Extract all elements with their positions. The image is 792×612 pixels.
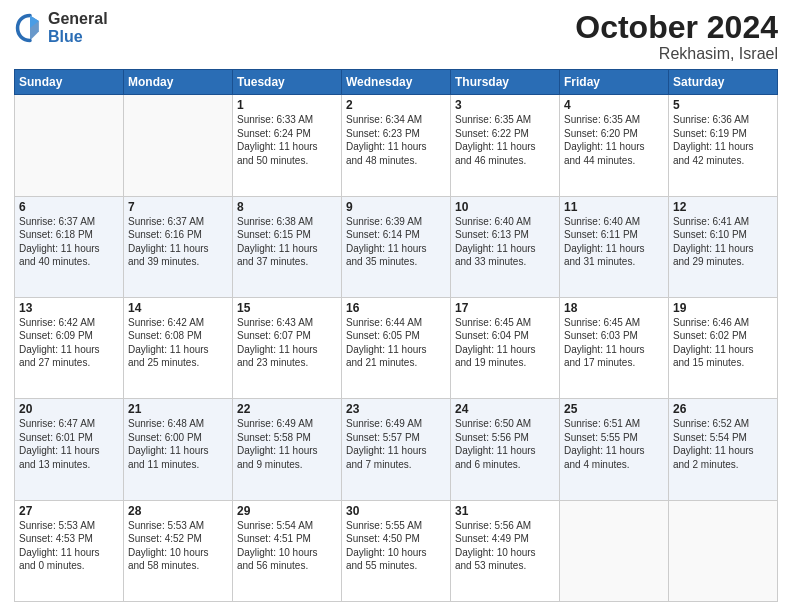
day-info: Sunrise: 6:36 AM Sunset: 6:19 PM Dayligh… [673, 113, 773, 167]
weekday-header-saturday: Saturday [669, 70, 778, 95]
calendar-cell: 31Sunrise: 5:56 AM Sunset: 4:49 PM Dayli… [451, 500, 560, 601]
day-info: Sunrise: 6:35 AM Sunset: 6:20 PM Dayligh… [564, 113, 664, 167]
day-info: Sunrise: 6:51 AM Sunset: 5:55 PM Dayligh… [564, 417, 664, 471]
day-number: 9 [346, 200, 446, 214]
logo-general-text: General [48, 10, 108, 28]
calendar-cell: 19Sunrise: 6:46 AM Sunset: 6:02 PM Dayli… [669, 297, 778, 398]
header: General Blue October 2024 Rekhasim, Isra… [14, 10, 778, 63]
day-number: 26 [673, 402, 773, 416]
calendar-cell: 6Sunrise: 6:37 AM Sunset: 6:18 PM Daylig… [15, 196, 124, 297]
day-info: Sunrise: 6:34 AM Sunset: 6:23 PM Dayligh… [346, 113, 446, 167]
logo-text: General Blue [48, 10, 108, 45]
calendar-week-row: 20Sunrise: 6:47 AM Sunset: 6:01 PM Dayli… [15, 399, 778, 500]
day-number: 4 [564, 98, 664, 112]
title-section: October 2024 Rekhasim, Israel [575, 10, 778, 63]
calendar-week-row: 6Sunrise: 6:37 AM Sunset: 6:18 PM Daylig… [15, 196, 778, 297]
calendar-cell: 18Sunrise: 6:45 AM Sunset: 6:03 PM Dayli… [560, 297, 669, 398]
calendar-cell: 14Sunrise: 6:42 AM Sunset: 6:08 PM Dayli… [124, 297, 233, 398]
day-info: Sunrise: 6:37 AM Sunset: 6:16 PM Dayligh… [128, 215, 228, 269]
day-info: Sunrise: 5:53 AM Sunset: 4:53 PM Dayligh… [19, 519, 119, 573]
weekday-header-wednesday: Wednesday [342, 70, 451, 95]
day-info: Sunrise: 6:35 AM Sunset: 6:22 PM Dayligh… [455, 113, 555, 167]
day-info: Sunrise: 6:40 AM Sunset: 6:11 PM Dayligh… [564, 215, 664, 269]
calendar-week-row: 27Sunrise: 5:53 AM Sunset: 4:53 PM Dayli… [15, 500, 778, 601]
day-number: 13 [19, 301, 119, 315]
day-info: Sunrise: 6:44 AM Sunset: 6:05 PM Dayligh… [346, 316, 446, 370]
day-info: Sunrise: 6:42 AM Sunset: 6:08 PM Dayligh… [128, 316, 228, 370]
day-number: 6 [19, 200, 119, 214]
weekday-header-tuesday: Tuesday [233, 70, 342, 95]
calendar-cell: 30Sunrise: 5:55 AM Sunset: 4:50 PM Dayli… [342, 500, 451, 601]
calendar-cell: 17Sunrise: 6:45 AM Sunset: 6:04 PM Dayli… [451, 297, 560, 398]
calendar-cell [124, 95, 233, 196]
day-info: Sunrise: 6:49 AM Sunset: 5:58 PM Dayligh… [237, 417, 337, 471]
calendar-cell: 9Sunrise: 6:39 AM Sunset: 6:14 PM Daylig… [342, 196, 451, 297]
day-number: 7 [128, 200, 228, 214]
day-number: 28 [128, 504, 228, 518]
day-number: 8 [237, 200, 337, 214]
weekday-header-thursday: Thursday [451, 70, 560, 95]
calendar-cell: 27Sunrise: 5:53 AM Sunset: 4:53 PM Dayli… [15, 500, 124, 601]
calendar-week-row: 13Sunrise: 6:42 AM Sunset: 6:09 PM Dayli… [15, 297, 778, 398]
weekday-header-monday: Monday [124, 70, 233, 95]
calendar-cell: 24Sunrise: 6:50 AM Sunset: 5:56 PM Dayli… [451, 399, 560, 500]
day-number: 12 [673, 200, 773, 214]
day-info: Sunrise: 6:52 AM Sunset: 5:54 PM Dayligh… [673, 417, 773, 471]
day-info: Sunrise: 6:40 AM Sunset: 6:13 PM Dayligh… [455, 215, 555, 269]
day-number: 21 [128, 402, 228, 416]
calendar-cell: 11Sunrise: 6:40 AM Sunset: 6:11 PM Dayli… [560, 196, 669, 297]
day-info: Sunrise: 6:37 AM Sunset: 6:18 PM Dayligh… [19, 215, 119, 269]
calendar-cell: 22Sunrise: 6:49 AM Sunset: 5:58 PM Dayli… [233, 399, 342, 500]
day-number: 17 [455, 301, 555, 315]
day-number: 23 [346, 402, 446, 416]
weekday-header-row: SundayMondayTuesdayWednesdayThursdayFrid… [15, 70, 778, 95]
day-number: 24 [455, 402, 555, 416]
day-number: 10 [455, 200, 555, 214]
calendar-week-row: 1Sunrise: 6:33 AM Sunset: 6:24 PM Daylig… [15, 95, 778, 196]
day-info: Sunrise: 6:38 AM Sunset: 6:15 PM Dayligh… [237, 215, 337, 269]
day-number: 27 [19, 504, 119, 518]
day-info: Sunrise: 6:46 AM Sunset: 6:02 PM Dayligh… [673, 316, 773, 370]
day-info: Sunrise: 5:55 AM Sunset: 4:50 PM Dayligh… [346, 519, 446, 573]
day-info: Sunrise: 6:47 AM Sunset: 6:01 PM Dayligh… [19, 417, 119, 471]
calendar-cell: 3Sunrise: 6:35 AM Sunset: 6:22 PM Daylig… [451, 95, 560, 196]
day-number: 16 [346, 301, 446, 315]
calendar-cell [15, 95, 124, 196]
day-info: Sunrise: 6:41 AM Sunset: 6:10 PM Dayligh… [673, 215, 773, 269]
calendar-cell: 8Sunrise: 6:38 AM Sunset: 6:15 PM Daylig… [233, 196, 342, 297]
weekday-header-sunday: Sunday [15, 70, 124, 95]
calendar-cell: 2Sunrise: 6:34 AM Sunset: 6:23 PM Daylig… [342, 95, 451, 196]
calendar-cell [669, 500, 778, 601]
day-info: Sunrise: 6:49 AM Sunset: 5:57 PM Dayligh… [346, 417, 446, 471]
calendar-cell: 1Sunrise: 6:33 AM Sunset: 6:24 PM Daylig… [233, 95, 342, 196]
day-info: Sunrise: 6:43 AM Sunset: 6:07 PM Dayligh… [237, 316, 337, 370]
day-number: 3 [455, 98, 555, 112]
day-number: 14 [128, 301, 228, 315]
logo-blue-text: Blue [48, 28, 108, 46]
calendar-cell: 5Sunrise: 6:36 AM Sunset: 6:19 PM Daylig… [669, 95, 778, 196]
calendar-cell: 20Sunrise: 6:47 AM Sunset: 6:01 PM Dayli… [15, 399, 124, 500]
day-number: 25 [564, 402, 664, 416]
page-container: General Blue October 2024 Rekhasim, Isra… [0, 0, 792, 612]
day-number: 31 [455, 504, 555, 518]
day-info: Sunrise: 5:54 AM Sunset: 4:51 PM Dayligh… [237, 519, 337, 573]
day-info: Sunrise: 6:39 AM Sunset: 6:14 PM Dayligh… [346, 215, 446, 269]
calendar-cell: 26Sunrise: 6:52 AM Sunset: 5:54 PM Dayli… [669, 399, 778, 500]
day-number: 22 [237, 402, 337, 416]
month-title: October 2024 [575, 10, 778, 45]
day-info: Sunrise: 6:42 AM Sunset: 6:09 PM Dayligh… [19, 316, 119, 370]
day-info: Sunrise: 5:53 AM Sunset: 4:52 PM Dayligh… [128, 519, 228, 573]
day-number: 1 [237, 98, 337, 112]
calendar-table: SundayMondayTuesdayWednesdayThursdayFrid… [14, 69, 778, 602]
day-info: Sunrise: 6:50 AM Sunset: 5:56 PM Dayligh… [455, 417, 555, 471]
calendar-cell: 4Sunrise: 6:35 AM Sunset: 6:20 PM Daylig… [560, 95, 669, 196]
day-number: 30 [346, 504, 446, 518]
calendar-cell: 15Sunrise: 6:43 AM Sunset: 6:07 PM Dayli… [233, 297, 342, 398]
calendar-cell: 29Sunrise: 5:54 AM Sunset: 4:51 PM Dayli… [233, 500, 342, 601]
day-number: 11 [564, 200, 664, 214]
calendar-cell: 23Sunrise: 6:49 AM Sunset: 5:57 PM Dayli… [342, 399, 451, 500]
calendar-cell: 12Sunrise: 6:41 AM Sunset: 6:10 PM Dayli… [669, 196, 778, 297]
calendar-cell: 10Sunrise: 6:40 AM Sunset: 6:13 PM Dayli… [451, 196, 560, 297]
calendar-cell: 25Sunrise: 6:51 AM Sunset: 5:55 PM Dayli… [560, 399, 669, 500]
day-number: 2 [346, 98, 446, 112]
